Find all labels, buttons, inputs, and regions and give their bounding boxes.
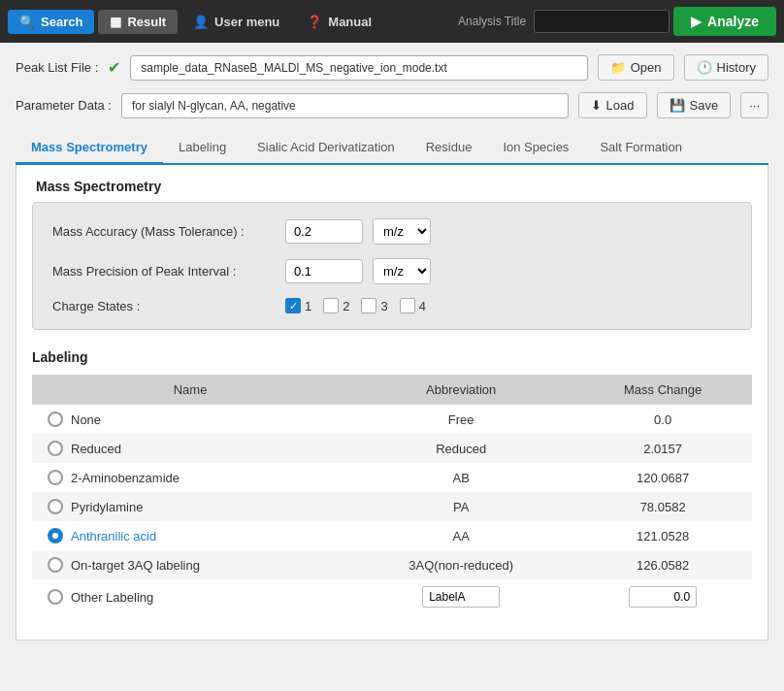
ms-params-box: Mass Accuracy (Mass Tolerance) : m/z ppm… <box>32 202 752 330</box>
param-row-label: Parameter Data : <box>16 98 112 113</box>
radio-0[interactable] <box>48 411 63 427</box>
radio-1[interactable] <box>48 441 63 456</box>
mass-accuracy-unit-select[interactable]: m/z ppm Da <box>373 218 431 245</box>
panel-area: Mass Spectrometry Mass Accuracy (Mass To… <box>16 165 768 641</box>
history-label: History <box>717 60 756 75</box>
result-label: Result <box>127 15 166 29</box>
charge-states-row: Charge States : ✓ 1 2 3 <box>52 298 732 313</box>
result-button[interactable]: ▦ Result <box>98 10 178 34</box>
mass-1: 2.0157 <box>573 434 752 463</box>
mass-2: 120.0687 <box>573 463 752 492</box>
tabs: Mass Spectrometry Labeling Sialic Acid D… <box>16 132 768 165</box>
check-icon: ✔ <box>108 58 120 77</box>
other-label-input[interactable] <box>422 586 500 608</box>
play-icon: ▶ <box>691 14 702 29</box>
tab-residue[interactable]: Residue <box>410 132 488 165</box>
more-options-button[interactable]: ··· <box>740 92 768 118</box>
analyze-label: Analyze <box>707 14 759 29</box>
col-mass-change: Mass Change <box>573 375 752 405</box>
tab-labeling[interactable]: Labeling <box>163 132 242 165</box>
folder-icon: 📁 <box>610 60 626 75</box>
label-name-0: None <box>71 412 101 427</box>
file-row-label: Peak List File : <box>16 60 98 75</box>
charge-2-checkbox[interactable] <box>323 298 339 313</box>
table-header-row: Name Abbreviation Mass Change <box>32 375 752 405</box>
other-mass-input[interactable] <box>629 586 697 608</box>
save-icon: 💾 <box>670 98 685 113</box>
analysis-title-area: Analysis Title <box>458 10 670 33</box>
file-input-display: sample_data_RNaseB_MALDI_MS_negative_ion… <box>130 55 587 81</box>
table-row: 2-AminobenzamideAB120.0687 <box>32 463 752 492</box>
charge-4-item: 4 <box>400 298 426 313</box>
mass-precision-row: Mass Precision of Peak Interval : m/z pp… <box>52 258 732 284</box>
radio-4[interactable] <box>48 528 63 543</box>
abbr-4: AA <box>348 521 573 550</box>
label-name-4: Anthranilic acid <box>71 529 156 543</box>
abbr-1: Reduced <box>348 434 573 463</box>
mass-accuracy-label: Mass Accuracy (Mass Tolerance) : <box>52 224 276 239</box>
manual-button[interactable]: ❓ Manual <box>295 10 383 34</box>
manual-label: Manual <box>328 15 372 29</box>
table-row: NoneFree0.0 <box>32 405 752 434</box>
grid-icon: ▦ <box>110 15 121 29</box>
charge-1-label: 1 <box>305 299 311 313</box>
charge-1-checkbox[interactable]: ✓ <box>285 298 301 313</box>
open-label: Open <box>631 60 662 75</box>
radio-5[interactable] <box>48 557 63 573</box>
analysis-title-input[interactable] <box>534 10 670 33</box>
label-name-2: 2-Aminobenzamide <box>71 471 180 485</box>
charge-4-label: 4 <box>419 299 426 313</box>
charge-2-item: 2 <box>323 298 349 313</box>
table-row: ReducedReduced2.0157 <box>32 434 752 463</box>
search-label: Search <box>41 15 82 29</box>
mass-precision-unit-select[interactable]: m/z ppm Da <box>373 258 431 284</box>
clock-icon: 🕐 <box>697 60 712 75</box>
col-abbreviation: Abbreviation <box>348 375 573 405</box>
labeling-table: Name Abbreviation Mass Change NoneFree0.… <box>32 375 752 614</box>
abbr-5: 3AQ(non-reduced) <box>348 550 573 579</box>
mass-accuracy-row: Mass Accuracy (Mass Tolerance) : m/z ppm… <box>52 218 732 245</box>
table-row: On-target 3AQ labeling3AQ(non-reduced)12… <box>32 550 752 579</box>
dots-icon: ··· <box>749 98 760 113</box>
load-button[interactable]: ⬇ Load <box>578 92 647 118</box>
tab-ion-species[interactable]: Ion Species <box>487 132 584 165</box>
mass-0: 0.0 <box>573 405 752 434</box>
open-button[interactable]: 📁 Open <box>598 54 674 81</box>
abbr-0: Free <box>348 405 573 434</box>
radio-6[interactable] <box>48 589 63 605</box>
radio-3[interactable] <box>48 499 63 514</box>
label-name-3: Pyridylamine <box>71 500 143 514</box>
analyze-button[interactable]: ▶ Analyze <box>673 7 776 36</box>
charge-3-item: 3 <box>361 298 387 313</box>
tab-salt-formation[interactable]: Salt Formation <box>584 132 698 165</box>
mass-precision-input[interactable] <box>285 259 363 283</box>
abbr-2: AB <box>348 463 573 492</box>
search-icon: 🔍 <box>19 15 35 29</box>
charge-3-label: 3 <box>380 299 387 313</box>
mass-3: 78.0582 <box>573 492 752 521</box>
charge-4-checkbox[interactable] <box>400 298 415 313</box>
history-button[interactable]: 🕐 History <box>684 54 768 81</box>
tab-sialic-acid[interactable]: Sialic Acid Derivatization <box>242 132 410 165</box>
save-label: Save <box>690 98 719 113</box>
charge-3-checkbox[interactable] <box>361 298 376 313</box>
analysis-title-label: Analysis Title <box>458 15 526 28</box>
save-button[interactable]: 💾 Save <box>657 92 732 118</box>
table-row: Anthranilic acidAA121.0528 <box>32 521 752 550</box>
label-name-6: Other Labeling <box>71 590 153 605</box>
user-menu-button[interactable]: 👤 User menu <box>181 10 291 34</box>
search-button[interactable]: 🔍 Search <box>8 10 94 34</box>
file-row: Peak List File : ✔ sample_data_RNaseB_MA… <box>16 54 768 81</box>
table-row: Other Labeling <box>32 579 752 614</box>
labeling-section: Labeling Name Abbreviation Mass Change N… <box>16 346 768 630</box>
user-menu-label: User menu <box>214 15 279 29</box>
question-icon: ❓ <box>307 15 322 29</box>
radio-2[interactable] <box>48 470 63 485</box>
param-input[interactable] <box>121 93 569 118</box>
tab-mass-spectrometry[interactable]: Mass Spectrometry <box>16 132 163 165</box>
mass-precision-label: Mass Precision of Peak Interval : <box>52 264 276 279</box>
charge-states-group: ✓ 1 2 3 4 <box>285 298 426 313</box>
charge-2-label: 2 <box>343 299 349 313</box>
mass-accuracy-input[interactable] <box>285 219 363 244</box>
label-name-5: On-target 3AQ labeling <box>71 558 200 573</box>
